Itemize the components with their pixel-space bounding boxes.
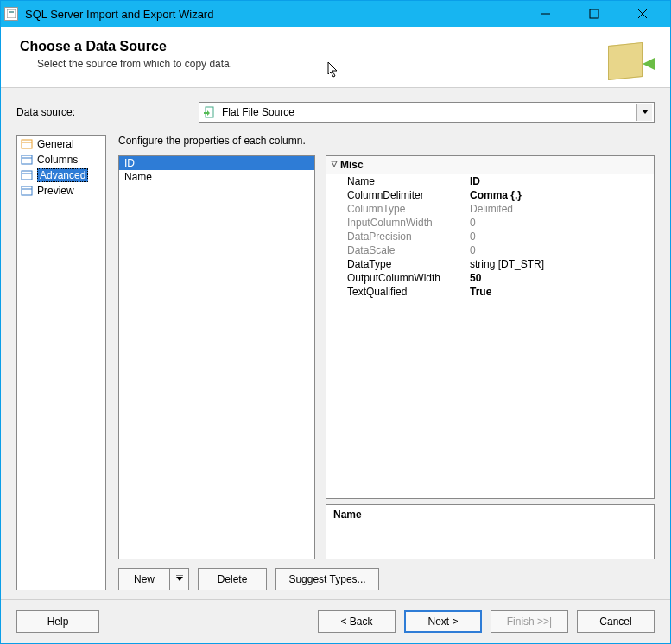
sidebar-item-label: Preview bbox=[37, 185, 74, 197]
property-description-title: Name bbox=[333, 508, 362, 521]
sidebar-item-icon bbox=[20, 168, 34, 182]
page-subtitle: Select the source from which to copy dat… bbox=[20, 58, 232, 70]
property-row[interactable]: DataTypestring [DT_STR] bbox=[326, 257, 654, 271]
property-key: Name bbox=[347, 175, 470, 187]
sidebar-item-label: General bbox=[37, 138, 74, 150]
property-value[interactable]: 0 bbox=[470, 217, 654, 229]
window-title: SQL Server Import and Export Wizard bbox=[23, 8, 522, 21]
property-row[interactable]: TextQualifiedTrue bbox=[326, 285, 654, 299]
property-value[interactable]: 0 bbox=[470, 230, 654, 243]
chevron-down-icon bbox=[642, 110, 649, 115]
property-group-label: Misc bbox=[340, 159, 364, 171]
property-row[interactable]: InputColumnWidth0 bbox=[326, 216, 654, 230]
sidebar-item-label: Columns bbox=[37, 154, 78, 166]
cancel-button[interactable]: Cancel bbox=[577, 610, 655, 633]
main-row: GeneralColumnsAdvancedPreview Configure … bbox=[16, 135, 655, 590]
sidebar-item-label: Advanced bbox=[37, 168, 88, 182]
wizard-footer: Help < Back Next > Finish >>| Cancel bbox=[1, 599, 670, 643]
property-value[interactable]: 0 bbox=[470, 244, 654, 256]
sidebar-item-icon bbox=[20, 137, 34, 151]
property-row[interactable]: OutputColumnWidth50 bbox=[326, 271, 654, 285]
property-key: TextQualified bbox=[347, 286, 470, 298]
property-value[interactable]: Comma {,} bbox=[470, 189, 654, 201]
property-row[interactable]: NameID bbox=[326, 174, 654, 188]
content-area: Data source: Flat File Source GeneralCol… bbox=[1, 88, 670, 599]
svg-line-4 bbox=[638, 9, 647, 18]
collapse-chevron-icon[interactable] bbox=[330, 159, 340, 171]
property-value[interactable]: Delimited bbox=[470, 203, 654, 215]
close-button[interactable] bbox=[618, 1, 667, 27]
sidebar-item-icon bbox=[20, 153, 34, 167]
next-button[interactable]: Next > bbox=[404, 610, 482, 633]
svg-rect-3 bbox=[590, 9, 598, 18]
property-value[interactable]: string [DT_STR] bbox=[470, 258, 654, 270]
page-title: Choose a Data Source bbox=[20, 39, 232, 54]
column-list-item[interactable]: Name bbox=[119, 170, 314, 184]
columns-list[interactable]: IDName bbox=[118, 155, 315, 559]
property-key: DataType bbox=[347, 258, 470, 270]
sidebar-item-advanced[interactable]: Advanced bbox=[18, 167, 104, 183]
svg-rect-0 bbox=[7, 9, 16, 18]
svg-rect-9 bbox=[22, 155, 32, 164]
split-caret-icon bbox=[176, 575, 183, 584]
combobox-dropdown-button[interactable] bbox=[636, 104, 652, 121]
sidebar-item-general[interactable]: General bbox=[18, 136, 104, 152]
property-group-header[interactable]: Misc bbox=[326, 156, 654, 174]
wizard-logo-icon bbox=[606, 39, 653, 80]
data-source-row: Data source: Flat File Source bbox=[16, 102, 655, 123]
wizard-body: Choose a Data Source Select the source f… bbox=[1, 27, 670, 643]
properties-column: Misc NameIDColumnDelimiterComma {,}Colum… bbox=[326, 155, 655, 559]
property-key: InputColumnWidth bbox=[347, 217, 470, 229]
property-value[interactable]: 50 bbox=[470, 272, 654, 284]
property-grid[interactable]: Misc NameIDColumnDelimiterComma {,}Colum… bbox=[326, 155, 655, 499]
flat-file-icon bbox=[203, 105, 217, 119]
svg-rect-13 bbox=[22, 186, 32, 195]
svg-rect-11 bbox=[22, 171, 32, 180]
sidebar-item-icon bbox=[20, 184, 34, 198]
property-value[interactable]: True bbox=[470, 286, 654, 298]
data-source-combobox[interactable]: Flat File Source bbox=[199, 102, 655, 123]
app-icon bbox=[4, 7, 18, 21]
property-row[interactable]: DataPrecision0 bbox=[326, 230, 654, 243]
maximize-button[interactable] bbox=[570, 1, 618, 27]
svg-rect-7 bbox=[22, 140, 32, 148]
property-row[interactable]: ColumnTypeDelimited bbox=[326, 202, 654, 216]
property-key: OutputColumnWidth bbox=[347, 272, 470, 284]
new-button[interactable]: New bbox=[118, 568, 170, 590]
property-row[interactable]: DataScale0 bbox=[326, 243, 654, 257]
column-buttons-row: New Delete Suggest Types... bbox=[118, 568, 655, 590]
delete-button[interactable]: Delete bbox=[198, 568, 267, 590]
property-row[interactable]: ColumnDelimiterComma {,} bbox=[326, 188, 654, 202]
wizard-header: Choose a Data Source Select the source f… bbox=[1, 27, 670, 88]
panels-row: IDName Misc NameIDColumnDelimiterComma {… bbox=[118, 155, 655, 559]
back-button[interactable]: < Back bbox=[318, 610, 396, 633]
svg-rect-1 bbox=[9, 11, 14, 13]
right-column: Configure the properties of each column.… bbox=[118, 135, 655, 590]
column-list-item[interactable]: ID bbox=[119, 156, 314, 170]
property-key: DataPrecision bbox=[347, 230, 470, 243]
property-key: ColumnType bbox=[347, 203, 470, 215]
wizard-step-list[interactable]: GeneralColumnsAdvancedPreview bbox=[16, 135, 106, 590]
suggest-types-button[interactable]: Suggest Types... bbox=[275, 568, 379, 590]
wizard-window: SQL Server Import and Export Wizard Choo… bbox=[0, 0, 671, 644]
help-button[interactable]: Help bbox=[16, 610, 99, 633]
property-key: DataScale bbox=[347, 244, 470, 256]
property-key: ColumnDelimiter bbox=[347, 189, 470, 201]
instruction-text: Configure the properties of each column. bbox=[118, 135, 655, 147]
minimize-button[interactable] bbox=[522, 1, 570, 27]
titlebar[interactable]: SQL Server Import and Export Wizard bbox=[1, 1, 670, 27]
sidebar-item-columns[interactable]: Columns bbox=[18, 152, 104, 167]
sidebar-item-preview[interactable]: Preview bbox=[18, 183, 104, 199]
new-button-dropdown[interactable] bbox=[170, 568, 189, 590]
property-description-panel: Name bbox=[326, 504, 655, 559]
property-value[interactable]: ID bbox=[470, 175, 654, 187]
data-source-value: Flat File Source bbox=[222, 106, 636, 118]
finish-button: Finish >>| bbox=[491, 610, 568, 633]
svg-line-5 bbox=[638, 9, 647, 18]
data-source-label: Data source: bbox=[16, 106, 193, 118]
